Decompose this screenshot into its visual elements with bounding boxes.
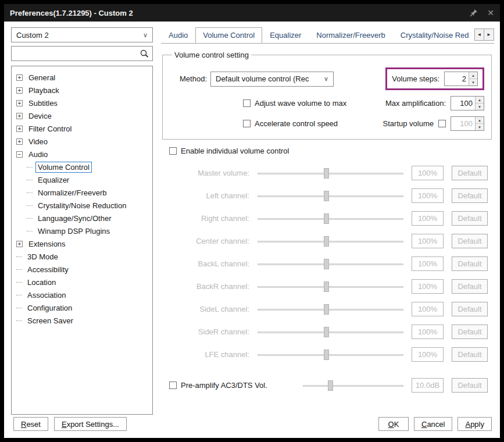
preamp-slider-thumb[interactable] [328,380,333,391]
tab-audio[interactable]: Audio [161,27,195,43]
tree-item-filter-control[interactable]: +Filter Control [14,122,150,135]
volume-steps-spinner[interactable]: 2 ▲ ▼ [444,72,478,86]
channel-value: 100% [412,211,444,226]
spin-up-icon[interactable]: ▲ [469,72,477,79]
expand-icon[interactable]: + [16,113,23,119]
tree-item-screen-saver[interactable]: Screen Saver [14,314,150,327]
tree-connector [27,218,33,219]
preset-dropdown[interactable]: Custom 2 ∨ [11,27,153,42]
spin-down-icon[interactable]: ▼ [476,104,484,110]
slider-thumb[interactable] [324,213,329,224]
collapse-icon[interactable]: − [16,151,23,158]
channel-default-button[interactable]: Default [452,188,488,203]
tree-item-configuration[interactable]: Configuration [14,301,150,314]
channel-default-button[interactable]: Default [452,347,488,362]
channel-slider[interactable] [258,258,403,270]
preamp-slider[interactable] [303,380,403,391]
expand-icon[interactable]: + [16,87,23,94]
spin-down-icon[interactable]: ▼ [469,79,477,85]
tree-item-label: Configuration [25,302,74,313]
startup-volume-checkbox[interactable] [438,120,446,127]
tree-item-video[interactable]: +Video [14,135,150,148]
channel-default-button[interactable]: Default [452,256,488,271]
tree-connector [27,231,33,231]
tab-crystality-noise-red[interactable]: Crystality/Noise Red [393,27,474,43]
channel-slider[interactable] [258,213,403,224]
max-amplification-spinner[interactable]: 100 ▲ ▼ [451,96,484,110]
tree-item-subtitles[interactable]: +Subtitles [14,97,150,109]
pin-icon[interactable] [470,9,478,17]
tree-item-extensions[interactable]: +Extensions [14,237,150,250]
tree-item-label: Volume Control [35,162,92,173]
apply-button[interactable]: Apply [457,417,492,431]
search-box[interactable] [11,46,153,61]
slider-thumb[interactable] [324,259,329,269]
channel-slider[interactable] [258,167,403,179]
method-dropdown[interactable]: Default volume control (Rec ∨ [210,72,334,87]
channel-default-button[interactable]: Default [452,211,488,226]
channel-slider[interactable] [258,304,403,315]
tree-item-equalizer[interactable]: Equalizer [14,173,150,186]
channel-slider[interactable] [258,236,403,247]
tab-scroll-right-icon[interactable]: ► [484,28,494,41]
cancel-button[interactable]: Cancel [414,417,452,431]
slider-thumb[interactable] [324,304,329,315]
enable-individual-checkbox[interactable] [169,147,177,155]
tab-equalizer[interactable]: Equalizer [262,27,309,43]
reset-button[interactable]: Reset [13,417,48,431]
search-input[interactable] [15,49,140,58]
channel-label: SideL channel: [162,305,249,313]
expand-icon[interactable]: + [16,138,23,145]
channel-default-button[interactable]: Default [452,279,488,294]
tree-item-language-sync-other[interactable]: Language/Sync/Other [14,212,150,224]
slider-thumb[interactable] [324,168,329,179]
spin-up-icon[interactable]: ▲ [476,97,484,104]
tab-volume-control[interactable]: Volume Control [195,27,262,44]
tree-item-normalizer-freeverb[interactable]: Normalizer/Freeverb [14,186,150,199]
tree-item-audio[interactable]: −Audio [14,148,150,161]
group-title: Volume control setting [172,51,251,59]
channel-slider[interactable] [258,190,403,202]
slider-thumb[interactable] [324,191,329,201]
channel-default-button[interactable]: Default [452,166,488,180]
slider-thumb[interactable] [324,350,329,360]
slider-thumb[interactable] [324,327,329,337]
tree-item-3d-mode[interactable]: 3D Mode [14,250,150,263]
channel-label: BackR channel: [162,282,249,291]
ok-button[interactable]: OK [378,417,409,431]
tree-item-device[interactable]: +Device [14,109,150,122]
export-settings-button[interactable]: Export Settings... [54,417,127,431]
slider-track [303,385,403,387]
tabs-row: AudioVolume ControlEqualizerNormalizer/F… [161,27,494,44]
method-dropdown-value: Default volume control (Rec [216,74,321,83]
tree-item-location[interactable]: Location [14,276,150,288]
channel-default-button[interactable]: Default [452,302,488,316]
tree-item-association[interactable]: Association [14,288,150,301]
tab-normalizer-freeverb[interactable]: Normalizer/Freeverb [309,27,392,43]
tree-item-volume-control[interactable]: Volume Control [14,161,150,173]
channel-slider[interactable] [258,326,403,338]
expand-icon[interactable]: + [16,241,23,247]
slider-track [258,309,403,311]
channel-default-button[interactable]: Default [452,234,488,248]
preamp-checkbox[interactable] [169,382,177,389]
accelerate-checkbox[interactable] [243,120,251,127]
channel-slider[interactable] [258,281,403,293]
tree-item-winamp-dsp-plugins[interactable]: Winamp DSP Plugins [14,224,150,237]
tab-scroll-left-icon[interactable]: ◄ [474,28,484,41]
expand-icon[interactable]: + [16,100,23,106]
expand-icon[interactable]: + [16,126,23,132]
preamp-default-button[interactable]: Default [452,378,488,393]
search-icon [140,49,149,58]
tree-item-crystality-noise-reduction[interactable]: Crystality/Noise Reduction [14,199,150,212]
tree-item-playback[interactable]: +Playback [14,84,150,97]
slider-thumb[interactable] [324,236,329,247]
tree-item-general[interactable]: +General [14,71,150,84]
slider-thumb[interactable] [324,281,329,292]
expand-icon[interactable]: + [16,74,23,81]
channel-default-button[interactable]: Default [452,325,488,339]
close-icon[interactable]: ✕ [487,9,494,17]
channel-slider[interactable] [258,349,403,361]
tree-item-accessibility[interactable]: Accessibility [14,263,150,276]
adjust-wave-checkbox[interactable] [243,99,251,107]
